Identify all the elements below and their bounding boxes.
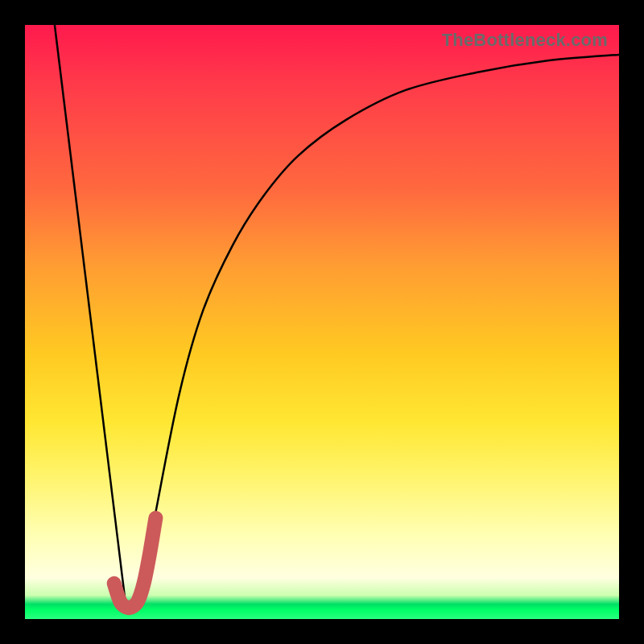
right-rise-line (138, 55, 619, 607)
curve-layer (25, 25, 619, 619)
plot-area: TheBottleneck.com (25, 25, 619, 619)
chart-frame: TheBottleneck.com (0, 0, 644, 644)
left-descent-line (55, 25, 126, 607)
